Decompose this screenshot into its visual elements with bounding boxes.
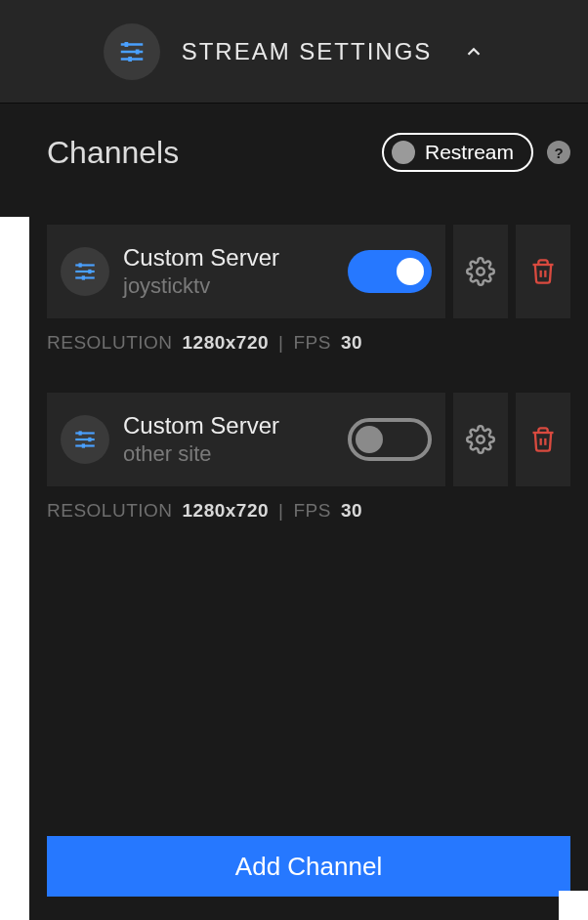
resolution-value: 1280x720 (183, 332, 270, 354)
svg-rect-3 (124, 42, 128, 47)
channel-meta: RESOLUTION 1280x720 | FPS 30 (47, 332, 570, 354)
channels-title: Channels (47, 135, 179, 171)
channel-meta: RESOLUTION 1280x720 | FPS 30 (47, 500, 570, 522)
channel-enable-toggle[interactable] (348, 250, 432, 293)
svg-rect-11 (82, 275, 85, 279)
svg-rect-9 (79, 263, 82, 267)
add-channel-button[interactable]: Add Channel (47, 836, 570, 897)
channel-item: Custom Server other site (47, 393, 570, 522)
channel-subtitle: joysticktv (123, 273, 334, 299)
channel-subtitle: other site (123, 441, 334, 467)
resolution-value: 1280x720 (183, 500, 270, 522)
restream-label: Restream (425, 141, 514, 164)
body: Channels Restream ? (0, 104, 588, 920)
fps-value: 30 (341, 332, 362, 354)
toggle-knob-icon (397, 258, 424, 285)
channel-row: Custom Server joysticktv (47, 225, 570, 318)
white-corner (559, 891, 588, 920)
svg-rect-10 (88, 270, 91, 273)
toggle-knob-icon (356, 426, 383, 453)
channel-item: Custom Server joysticktv (47, 225, 570, 354)
channel-main: Custom Server other site (47, 393, 445, 486)
svg-rect-4 (135, 49, 139, 54)
header: STREAM SETTINGS (0, 0, 588, 104)
svg-point-12 (477, 268, 484, 275)
channel-delete-button[interactable] (516, 225, 570, 318)
fps-label: FPS (294, 332, 331, 354)
channel-enable-toggle[interactable] (348, 418, 432, 461)
panel-header: Channels Restream ? (47, 133, 570, 172)
meta-separator: | (278, 332, 283, 354)
channel-settings-button[interactable] (453, 393, 508, 486)
panel-header-right: Restream ? (382, 133, 570, 172)
trash-icon (529, 426, 557, 453)
fps-value: 30 (341, 500, 362, 522)
help-icon[interactable]: ? (547, 141, 570, 164)
sliders-icon (72, 259, 98, 284)
gear-icon (466, 425, 495, 454)
svg-rect-19 (88, 438, 91, 441)
trash-icon (529, 258, 557, 285)
app-root: STREAM SETTINGS Channels Restream ? (0, 0, 588, 920)
channel-icon-circle (61, 415, 109, 464)
resolution-label: RESOLUTION (47, 332, 173, 354)
channel-icon-circle (61, 247, 109, 296)
header-title: STREAM SETTINGS (182, 38, 433, 65)
svg-rect-20 (82, 443, 85, 447)
channel-settings-button[interactable] (453, 225, 508, 318)
channel-title: Custom Server (123, 412, 334, 439)
left-rail (0, 104, 29, 920)
fps-label: FPS (294, 500, 331, 522)
sliders-icon (117, 37, 147, 66)
channel-texts: Custom Server other site (123, 412, 334, 467)
channels-panel: Channels Restream ? (29, 104, 588, 920)
header-icon-circle (104, 23, 160, 80)
restream-knob-icon (392, 141, 415, 164)
svg-rect-5 (128, 57, 132, 62)
restream-toggle[interactable]: Restream (382, 133, 533, 172)
resolution-label: RESOLUTION (47, 500, 173, 522)
channel-row: Custom Server other site (47, 393, 570, 486)
meta-separator: | (278, 500, 283, 522)
svg-point-21 (477, 436, 484, 443)
svg-rect-18 (79, 431, 82, 435)
channel-main: Custom Server joysticktv (47, 225, 445, 318)
sliders-icon (72, 427, 98, 452)
chevron-up-icon[interactable] (463, 41, 484, 63)
channel-delete-button[interactable] (516, 393, 570, 486)
channel-title: Custom Server (123, 244, 334, 272)
gear-icon (466, 257, 495, 286)
channels-list: Custom Server joysticktv (47, 225, 570, 522)
channel-texts: Custom Server joysticktv (123, 244, 334, 299)
